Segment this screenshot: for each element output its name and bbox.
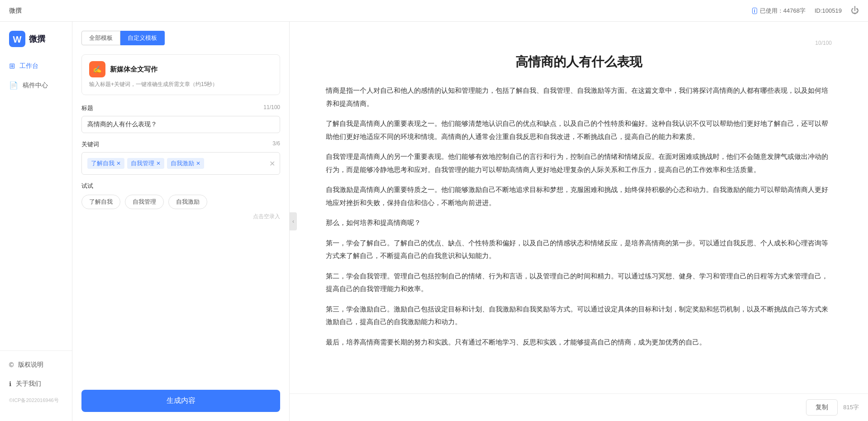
keywords-clear-icon[interactable]: ✕ bbox=[269, 159, 275, 168]
id-text: ID:100519 bbox=[815, 7, 842, 14]
about-label: 关于我们 bbox=[16, 380, 41, 388]
keyword-text-1: 自我管理 bbox=[131, 159, 154, 167]
keyword-tag-2: 自我激励 ✕ bbox=[167, 158, 204, 169]
main-layout: W 微撰 ⊞ 工作台 📄 稿件中心 © 版权说明 ℹ 关于我们 © bbox=[0, 22, 868, 421]
keyword-text-0: 了解自我 bbox=[91, 159, 114, 167]
sidebar-item-workspace[interactable]: ⊞ 工作台 bbox=[0, 56, 72, 76]
copyright-icon: © bbox=[9, 361, 14, 368]
title-input[interactable] bbox=[81, 116, 280, 133]
tab-custom[interactable]: 自定义模板 bbox=[120, 31, 165, 45]
suggestion-chip-0[interactable]: 了解自我 bbox=[81, 195, 120, 209]
i-icon: i bbox=[752, 8, 757, 14]
article-para-4: 那么，如何培养和提高情商呢？ bbox=[326, 216, 832, 230]
template-tabs: 全部模板 自定义模板 bbox=[81, 31, 280, 45]
suggestions-label: 试试 bbox=[81, 182, 280, 190]
sidebar-item-label: 稿件中心 bbox=[23, 81, 48, 90]
keyword-close-1[interactable]: ✕ bbox=[156, 160, 161, 167]
article-title: 高情商的人有什么表现 bbox=[326, 53, 832, 71]
sidebar-bottom: © 版权说明 ℹ 关于我们 ©ICP备2022016946号 bbox=[0, 350, 72, 412]
article-para-6: 第二，学会自我管理。管理自己包括控制自己的情绪、行为和言语，以及管理自己的时间和… bbox=[326, 270, 832, 296]
collapse-arrow[interactable]: ‹ bbox=[290, 212, 297, 230]
keyword-tag-1: 自我管理 ✕ bbox=[127, 158, 164, 169]
template-card-icon: ✍ bbox=[89, 61, 105, 77]
header-usage: i 已使用：44768字 bbox=[752, 7, 806, 15]
article-para-7: 第三，学会激励自己。激励自己包括设定目标和计划、自我激励和自我奖励等方式。可以通… bbox=[326, 303, 832, 329]
suggestion-chip-1[interactable]: 自我管理 bbox=[125, 195, 164, 209]
svg-text:W: W bbox=[13, 34, 22, 44]
word-count: 815字 bbox=[843, 403, 859, 411]
suggestions-section: 试试 了解自我 自我管理 自我激励 点击空录入 bbox=[81, 182, 280, 220]
drafts-icon: 📄 bbox=[9, 81, 18, 90]
generate-btn-area: 生成内容 bbox=[81, 383, 280, 412]
keywords-section: 关键词 3/6 了解自我 ✕ 自我管理 ✕ 自我激励 ✕ bbox=[81, 140, 280, 175]
suggestions-hint: 点击空录入 bbox=[81, 213, 280, 220]
article-para-0: 情商是指一个人对自己和他人的感情的认知和管理能力，包括了解自我、自我管理、自我激… bbox=[326, 84, 832, 110]
header-title: 微撰 bbox=[9, 7, 22, 15]
usage-text: 已使用：44768字 bbox=[760, 7, 806, 15]
article-para-2: 自我管理是高情商人的另一个重要表现。他们能够有效地控制自己的言行和行为，控制自己… bbox=[326, 150, 832, 176]
article-body: 情商是指一个人对自己和他人的感情的认知和管理能力，包括了解自我、自我管理、自我激… bbox=[326, 84, 832, 349]
suggestion-chip-2[interactable]: 自我激励 bbox=[168, 195, 207, 209]
article-bottom: 复制 815字 bbox=[290, 393, 868, 421]
template-card[interactable]: ✍ 新媒体全文写作 输入标题+关键词，一键准确生成所需文章（约15秒） bbox=[81, 54, 280, 95]
keywords-count: 3/6 bbox=[272, 140, 280, 148]
logo-text: 微撰 bbox=[29, 33, 45, 44]
sidebar-nav: ⊞ 工作台 📄 稿件中心 bbox=[0, 56, 72, 346]
header-left: 微撰 bbox=[9, 7, 22, 15]
article-area[interactable]: 10/100 高情商的人有什么表现 情商是指一个人对自己和他人的感情的认知和管理… bbox=[290, 22, 868, 393]
template-card-desc: 输入标题+关键词，一键准确生成所需文章（约15秒） bbox=[89, 80, 272, 88]
sidebar-item-copyright[interactable]: © 版权说明 bbox=[0, 355, 72, 374]
keyword-tag-0: 了解自我 ✕ bbox=[87, 158, 124, 169]
sidebar-item-label: 工作台 bbox=[19, 62, 38, 70]
header-right: i 已使用：44768字 ID:100519 ⏻ bbox=[752, 6, 859, 15]
title-count: 11/100 bbox=[263, 104, 280, 112]
article-para-1: 了解自我是高情商人的重要表现之一。他们能够清楚地认识自己的优点和缺点，以及自己的… bbox=[326, 117, 832, 143]
article-page-count: 10/100 bbox=[326, 40, 832, 46]
write-icon: ✍ bbox=[93, 65, 102, 74]
template-card-title: 新媒体全文写作 bbox=[110, 65, 157, 74]
title-label: 标题 11/100 bbox=[81, 104, 280, 112]
keyword-text-2: 自我激励 bbox=[171, 159, 194, 167]
content-area: 全部模板 自定义模板 ✍ 新媒体全文写作 输入标题+关键词，一键准确生成所需文章… bbox=[72, 22, 868, 421]
keyword-close-2[interactable]: ✕ bbox=[196, 160, 200, 167]
article-para-5: 第一，学会了解自己。了解自己的优点、缺点、个性特质和偏好，以及自己的情感状态和情… bbox=[326, 237, 832, 263]
icp-text: ©ICP备2022016946号 bbox=[0, 393, 72, 407]
sidebar-item-drafts[interactable]: 📄 稿件中心 bbox=[0, 76, 72, 95]
header: 微撰 i 已使用：44768字 ID:100519 ⏻ bbox=[0, 0, 868, 22]
tab-all[interactable]: 全部模板 bbox=[81, 31, 120, 45]
sidebar-item-about[interactable]: ℹ 关于我们 bbox=[0, 374, 72, 393]
title-section: 标题 11/100 bbox=[81, 104, 280, 133]
suggestions-row: 了解自我 自我管理 自我激励 bbox=[81, 195, 280, 209]
article-para-8: 最后，培养高情商需要长期的努力和实践。只有通过不断地学习、反思和实践，才能够提高… bbox=[326, 336, 832, 349]
keywords-label: 关键词 3/6 bbox=[81, 140, 280, 148]
right-panel: 10/100 高情商的人有什么表现 情商是指一个人对自己和他人的感情的认知和管理… bbox=[290, 22, 868, 421]
copyright-label: 版权说明 bbox=[18, 361, 43, 369]
about-icon: ℹ bbox=[9, 380, 11, 388]
keywords-area[interactable]: 了解自我 ✕ 自我管理 ✕ 自我激励 ✕ ✕ bbox=[81, 152, 280, 175]
power-icon[interactable]: ⏻ bbox=[851, 6, 859, 15]
logo-icon: W bbox=[9, 31, 25, 47]
article-para-3: 自我激励是高情商人的重要特质之一。他们能够激励自己不断地追求目标和梦想，克服困难… bbox=[326, 183, 832, 209]
template-card-header: ✍ 新媒体全文写作 bbox=[89, 61, 272, 77]
logo-area: W 微撰 bbox=[0, 31, 72, 56]
copy-button[interactable]: 复制 bbox=[806, 399, 838, 416]
workspace-icon: ⊞ bbox=[9, 62, 15, 70]
generate-button[interactable]: 生成内容 bbox=[81, 390, 280, 412]
keyword-close-0[interactable]: ✕ bbox=[116, 160, 121, 167]
sidebar: W 微撰 ⊞ 工作台 📄 稿件中心 © 版权说明 ℹ 关于我们 © bbox=[0, 22, 72, 421]
left-panel: 全部模板 自定义模板 ✍ 新媒体全文写作 输入标题+关键词，一键准确生成所需文章… bbox=[72, 22, 290, 421]
